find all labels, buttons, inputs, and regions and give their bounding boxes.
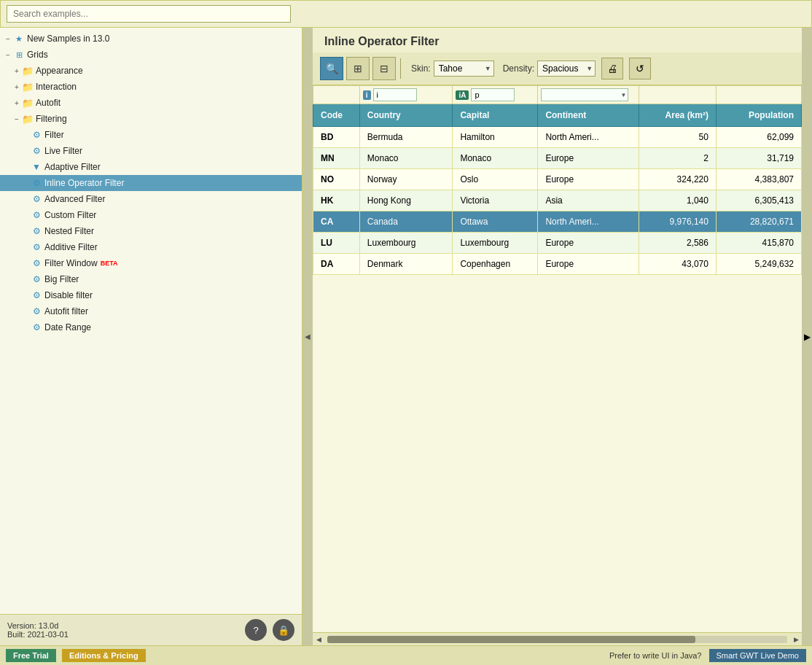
sidebar-collapse-handle[interactable]: ◀ — [302, 28, 313, 645]
item-label: Appearance — [36, 66, 83, 76]
sidebar-item-appearance[interactable]: +📁Appearance — [0, 63, 302, 79]
help-button[interactable]: ? — [245, 619, 267, 641]
item-label: Custom Filter — [44, 210, 96, 220]
cell-country: Luxembourg — [359, 233, 453, 254]
grid-area: i iA — [313, 85, 802, 632]
right-collapse-handle[interactable]: ▶ — [802, 28, 812, 645]
cell-continent: North Ameri... — [538, 127, 639, 148]
sidebar-item-inline-operator-filter[interactable]: ⚙Inline Operator Filter — [0, 175, 302, 191]
sidebar-item-custom-filter[interactable]: ⚙Custom Filter — [0, 207, 302, 223]
item-label: Filter Window — [44, 258, 98, 268]
sidebar-item-autofit-filter[interactable]: ⚙Autofit filter — [0, 303, 302, 319]
scroll-left-arrow[interactable]: ◀ — [313, 636, 324, 643]
cell-capital: Ottawa — [453, 211, 538, 233]
sidebar-item-date-range[interactable]: ⚙Date Range — [0, 319, 302, 335]
skin-select[interactable]: Tahoe Enterprise Stripes Simplicity — [434, 61, 494, 77]
filter-row: i iA — [313, 86, 802, 104]
sidebar-item-filter[interactable]: ⚙Filter — [0, 127, 302, 143]
bottom-bar: Free Trial Editions & Pricing Prefer to … — [0, 645, 812, 665]
item-label: Filter — [44, 130, 64, 140]
sidebar-item-additive-filter[interactable]: ⚙Additive Filter — [0, 239, 302, 255]
bottom-left: Free Trial Editions & Pricing — [6, 649, 146, 662]
expand-icon: + — [12, 82, 22, 92]
expand-icon: − — [3, 34, 13, 44]
cell-code: MN — [313, 148, 360, 169]
expand-toolbar-btn[interactable]: ⊞ — [346, 57, 370, 80]
item-label: New Samples in 13.0 — [27, 34, 109, 44]
table-row[interactable]: HK Hong Kong Victoria Asia 1,040 6,305,4… — [313, 190, 802, 211]
table-row[interactable]: MN Monaco Monaco Europe 2 31,719 — [313, 148, 802, 169]
expand-icon — [20, 242, 31, 252]
sidebar-footer: Version: 13.0d Built: 2021-03-01 ? 🔒 — [0, 614, 302, 645]
smart-gwt-button[interactable]: Smart GWT Live Demo — [709, 649, 807, 662]
sidebar-item-filter-window[interactable]: ⚙Filter WindowBETA — [0, 255, 302, 271]
cell-country: Denmark — [359, 254, 453, 275]
sidebar-item-disable-filter[interactable]: ⚙Disable filter — [0, 287, 302, 303]
table-row[interactable]: LU Luxembourg Luxembourg Europe 2,586 41… — [313, 233, 802, 254]
sidebar-item-grids[interactable]: −⊞Grids — [0, 47, 302, 63]
table-row[interactable]: NO Norway Oslo Europe 324,220 4,383,807 — [313, 169, 802, 190]
expand-icon — [20, 210, 31, 220]
sidebar-item-autofit[interactable]: +📁Autofit — [0, 95, 302, 111]
refresh-button[interactable]: ↺ — [629, 58, 651, 79]
expand-icon — [20, 146, 31, 156]
gear-icon: ⚙ — [31, 322, 42, 333]
expand-icon — [20, 274, 31, 284]
gear-icon: ⚙ — [31, 306, 42, 317]
sidebar-item-nested-filter[interactable]: ⚙Nested Filter — [0, 223, 302, 239]
cell-country: Bermuda — [359, 127, 453, 148]
gear-icon: ⚙ — [31, 273, 42, 285]
density-select[interactable]: Spacious Medium Compact — [537, 61, 596, 77]
sidebar-item-adaptive-filter[interactable]: ▼Adaptive Filter — [0, 159, 302, 175]
collapse-toolbar-btn[interactable]: ⊟ — [372, 57, 396, 80]
expand-icon — [20, 130, 31, 140]
sidebar-item-live-filter[interactable]: ⚙Live Filter — [0, 143, 302, 159]
page-title: Inline Operator Filter — [313, 28, 802, 52]
cell-continent: Europe — [538, 254, 639, 275]
grid-scrollbar-thumb[interactable] — [327, 636, 695, 643]
cell-capital: Monaco — [453, 148, 538, 169]
filter-input-country[interactable] — [373, 88, 417, 101]
search-toolbar-btn[interactable]: 🔍 — [320, 57, 343, 80]
cell-population: 5,249,632 — [716, 254, 801, 275]
table-row[interactable]: DA Denmark Copenhagen Europe 43,070 5,24… — [313, 254, 802, 275]
sidebar-item-new-samples[interactable]: −★New Samples in 13.0 — [0, 31, 302, 47]
editions-pricing-button[interactable]: Editions & Pricing — [62, 649, 146, 662]
filter-input-capital[interactable] — [471, 88, 515, 101]
sidebar-item-big-filter[interactable]: ⚙Big Filter — [0, 271, 302, 287]
bottom-right: Prefer to write UI in Java? Smart GWT Li… — [609, 649, 806, 662]
folder-icon: 📁 — [22, 113, 34, 125]
print-button[interactable]: 🖨 — [601, 58, 623, 79]
folder-icon: 📁 — [22, 81, 34, 93]
filter-dropdown-continent[interactable]: North America Europe Asia — [541, 88, 628, 101]
beta-badge: BETA — [101, 260, 118, 267]
built-text: Built: 2021-03-01 — [7, 630, 69, 639]
sidebar-item-interaction[interactable]: +📁Interaction — [0, 79, 302, 95]
table-row[interactable]: CA Canada Ottawa North Ameri... 9,976,14… — [313, 211, 802, 233]
cell-area: 9,976,140 — [639, 211, 716, 233]
cell-area: 1,040 — [639, 190, 716, 211]
version-text: Version: 13.0d — [7, 621, 69, 630]
sidebar-item-filtering[interactable]: −📁Filtering — [0, 111, 302, 127]
expand-icon — [20, 194, 31, 204]
grids-icon: ⊞ — [13, 49, 25, 61]
main-wrapper: −★New Samples in 13.0−⊞Grids+📁Appearance… — [0, 0, 812, 665]
free-trial-button[interactable]: Free Trial — [6, 649, 56, 662]
filter-tag-i: i — [363, 90, 371, 100]
item-label: Date Range — [44, 322, 91, 332]
content-area: −★New Samples in 13.0−⊞Grids+📁Appearance… — [0, 28, 812, 645]
item-label: Filtering — [36, 114, 67, 124]
cell-area: 324,220 — [639, 169, 716, 190]
filter-icon: ▼ — [31, 161, 42, 173]
filter-cell-country: i — [359, 86, 453, 104]
cell-population: 31,719 — [716, 148, 801, 169]
gear-icon: ⚙ — [31, 129, 42, 141]
lock-button[interactable]: 🔒 — [273, 619, 294, 641]
table-row[interactable]: BD Bermuda Hamilton North Ameri... 50 62… — [313, 127, 802, 148]
toolbar: 🔍 ⊞ ⊟ Skin: Tahoe Enterprise Stripes Sim… — [313, 52, 802, 85]
skin-select-wrapper: Tahoe Enterprise Stripes Simplicity — [434, 61, 494, 77]
sidebar-item-advanced-filter[interactable]: ⚙Advanced Filter — [0, 191, 302, 207]
search-input[interactable] — [7, 5, 291, 23]
item-label: Interaction — [36, 82, 77, 92]
scroll-right-arrow[interactable]: ▶ — [790, 636, 802, 643]
